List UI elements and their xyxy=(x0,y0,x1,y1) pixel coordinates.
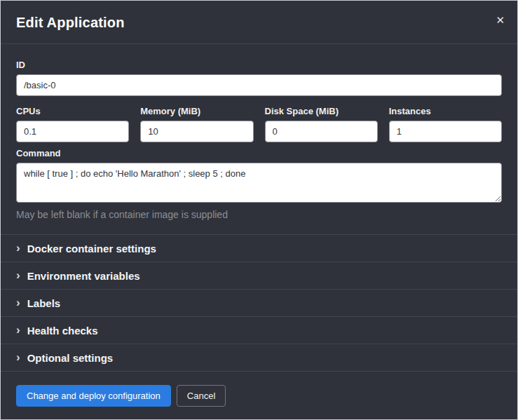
section-docker-container-settings[interactable]: › Docker container settings xyxy=(1,234,517,262)
disk-field: Disk Space (MiB) xyxy=(265,100,378,142)
section-optional-settings[interactable]: › Optional settings xyxy=(1,344,517,371)
memory-input[interactable] xyxy=(140,121,253,142)
modal-body: ID CPUs Memory (MiB) Disk Space (MiB) In… xyxy=(1,44,517,234)
modal-title: Edit Application xyxy=(16,15,502,31)
instances-input[interactable] xyxy=(389,121,502,142)
disk-label: Disk Space (MiB) xyxy=(265,106,378,116)
section-label: Labels xyxy=(27,297,61,309)
section-health-checks[interactable]: › Health checks xyxy=(1,316,517,344)
memory-label: Memory (MiB) xyxy=(140,106,253,116)
modal-footer: Change and deploy configuration Cancel xyxy=(1,371,517,419)
collapsible-sections: › Docker container settings › Environmen… xyxy=(1,234,517,371)
edit-application-modal: Edit Application ✕ ID CPUs Memory (MiB) … xyxy=(0,0,518,420)
section-labels[interactable]: › Labels xyxy=(1,289,517,316)
chevron-right-icon: › xyxy=(16,242,20,254)
modal-header: Edit Application ✕ xyxy=(1,1,517,44)
cpus-label: CPUs xyxy=(16,106,129,116)
command-help-text: May be left blank if a container image i… xyxy=(16,209,502,220)
command-label: Command xyxy=(16,148,502,158)
section-label: Docker container settings xyxy=(27,243,156,255)
instances-label: Instances xyxy=(389,106,502,116)
resources-row: CPUs Memory (MiB) Disk Space (MiB) Insta… xyxy=(16,100,502,142)
change-and-deploy-button[interactable]: Change and deploy configuration xyxy=(16,385,171,407)
disk-input[interactable] xyxy=(265,121,378,142)
section-label: Health checks xyxy=(27,325,98,337)
id-input[interactable] xyxy=(16,74,502,96)
section-environment-variables[interactable]: › Environment variables xyxy=(1,262,517,289)
memory-field: Memory (MiB) xyxy=(140,100,253,142)
section-label: Environment variables xyxy=(27,270,140,282)
close-button[interactable]: ✕ xyxy=(491,11,509,29)
section-label: Optional settings xyxy=(27,352,114,364)
close-icon: ✕ xyxy=(496,14,505,26)
cpus-field: CPUs xyxy=(16,100,129,142)
chevron-right-icon: › xyxy=(16,269,20,281)
instances-field: Instances xyxy=(389,100,502,142)
cancel-button[interactable]: Cancel xyxy=(177,385,226,407)
command-textarea[interactable]: while [ true ] ; do echo 'Hello Marathon… xyxy=(16,163,502,203)
id-label: ID xyxy=(16,60,502,70)
cpus-input[interactable] xyxy=(16,121,129,142)
chevron-right-icon: › xyxy=(16,351,20,363)
chevron-right-icon: › xyxy=(16,297,20,309)
chevron-right-icon: › xyxy=(16,324,20,336)
